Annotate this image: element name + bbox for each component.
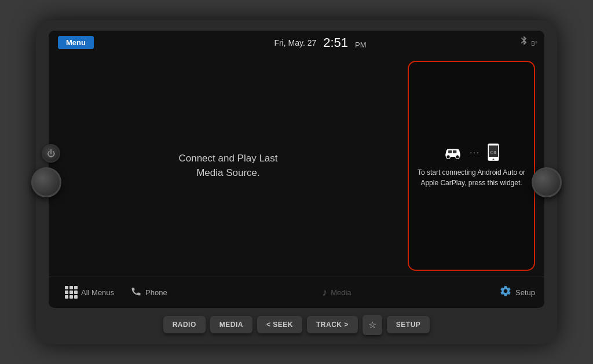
music-note-icon: ♪ — [322, 286, 327, 299]
volume-knob[interactable] — [31, 167, 61, 197]
setup-gear-icon — [499, 285, 512, 300]
svg-point-6 — [492, 159, 494, 160]
connect-text: Connect and Play Last Media Source. — [178, 151, 277, 181]
svg-rect-2 — [448, 150, 452, 153]
menu-button[interactable]: Menu — [58, 36, 94, 49]
phone-icon: ((·)) — [486, 143, 501, 161]
right-knob-area — [532, 167, 562, 197]
svg-point-1 — [456, 155, 459, 159]
dots-separator: ··· — [470, 148, 480, 157]
display-screen: Menu Fri, May. 27 2:51 PM B° — [49, 31, 544, 308]
phone-wifi-icon: ((·)) — [486, 143, 501, 161]
time-label: 2:51 — [323, 35, 348, 50]
nav-all-menus[interactable]: All Menus — [58, 282, 121, 302]
car-infotainment-unit: Menu Fri, May. 27 2:51 PM B° — [36, 20, 557, 344]
svg-text:((·)): ((·)) — [490, 150, 496, 154]
widget-description: To start connecting Android Auto or Appl… — [416, 167, 527, 188]
ampm-label: PM — [355, 41, 367, 49]
hardware-buttons-row: RADIO MEDIA < SEEK TRACK > ☆ SETUP — [49, 314, 544, 336]
setup-hw-button[interactable]: SETUP — [387, 316, 430, 333]
nav-setup[interactable]: Setup — [499, 285, 535, 300]
phone-call-icon — [130, 285, 142, 300]
favorite-button[interactable]: ☆ — [363, 315, 382, 335]
car-icon — [442, 144, 464, 160]
nav-phone[interactable]: Phone — [123, 282, 174, 303]
bluetooth-label: B° — [531, 41, 537, 47]
screen-header: Menu Fri, May. 27 2:51 PM B° — [49, 31, 544, 55]
tune-knob[interactable] — [532, 167, 562, 197]
nav-media[interactable]: ♪ Media — [177, 283, 497, 302]
screen-nav: All Menus Phone ♪ Media — [49, 277, 544, 308]
grid-icon — [65, 286, 78, 299]
media-button[interactable]: MEDIA — [210, 316, 252, 333]
left-knob-area: ⏻ — [31, 167, 61, 197]
svg-rect-3 — [453, 150, 456, 153]
carplay-widget[interactable]: ··· ((·)) To start connect — [408, 61, 535, 271]
date-time-display: Fri, May. 27 2:51 PM — [105, 35, 535, 50]
power-button[interactable]: ⏻ — [42, 144, 60, 163]
widget-icons: ··· ((·)) — [442, 143, 501, 161]
all-menus-label: All Menus — [81, 288, 114, 297]
radio-button[interactable]: RADIO — [163, 316, 206, 333]
phone-label: Phone — [145, 288, 167, 297]
svg-point-0 — [446, 155, 450, 159]
screen-content: Connect and Play Last Media Source. — [49, 55, 544, 277]
bluetooth-icon: B° — [519, 35, 537, 47]
date-label: Fri, May. 27 — [274, 38, 316, 47]
seek-back-button[interactable]: < SEEK — [257, 316, 302, 333]
setup-label: Setup — [515, 288, 535, 297]
media-label: Media — [331, 288, 351, 297]
left-panel: Connect and Play Last Media Source. — [58, 61, 398, 271]
head-unit: Menu Fri, May. 27 2:51 PM B° — [36, 20, 557, 344]
track-forward-button[interactable]: TRACK > — [307, 316, 358, 333]
